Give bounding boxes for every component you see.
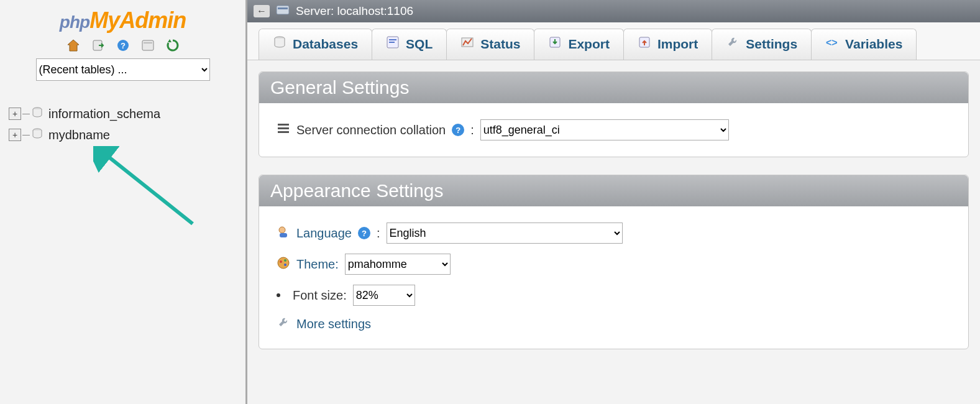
tab-export[interactable]: Export: [534, 29, 624, 60]
svg-rect-21: [278, 127, 289, 129]
general-settings-panel: General Settings Server connection colla…: [259, 71, 969, 157]
tree-item-information-schema[interactable]: + information_schema: [9, 103, 245, 124]
collation-select[interactable]: utf8_general_ci: [480, 119, 729, 140]
wrench-icon: [277, 316, 290, 333]
svg-rect-5: [144, 42, 152, 44]
svg-text:?: ?: [121, 41, 126, 50]
annotation-arrow-icon: [93, 146, 205, 233]
logout-icon[interactable]: [90, 37, 106, 53]
svg-rect-15: [389, 42, 395, 43]
tab-databases[interactable]: Databases: [259, 29, 372, 60]
server-icon: [276, 4, 290, 19]
fontsize-label: Font size:: [293, 288, 347, 303]
svg-rect-14: [389, 39, 396, 40]
theme-icon: [277, 256, 290, 273]
tab-status[interactable]: Status: [446, 29, 534, 60]
recent-tables-select[interactable]: (Recent tables) ...: [36, 58, 210, 81]
svg-point-25: [278, 257, 289, 269]
variables-icon: <>: [825, 35, 839, 52]
language-select[interactable]: English: [387, 223, 623, 244]
svg-point-23: [279, 227, 285, 233]
database-icon: [31, 106, 44, 122]
export-icon: [548, 35, 562, 52]
svg-text:<>: <>: [826, 37, 838, 48]
svg-point-28: [284, 264, 286, 266]
svg-marker-0: [68, 40, 79, 51]
import-icon: [638, 35, 651, 52]
database-label: information_schema: [48, 107, 160, 121]
sidebar: phpMyAdmin ? (Recent tables) ... + infor…: [0, 0, 247, 404]
svg-rect-4: [142, 40, 153, 50]
svg-rect-10: [277, 6, 289, 14]
help-icon[interactable]: ?: [115, 37, 131, 53]
tree-item-mydbname[interactable]: + mydbname: [9, 124, 245, 145]
svg-point-27: [284, 259, 286, 262]
svg-rect-20: [278, 124, 289, 126]
help-icon[interactable]: ?: [452, 124, 464, 136]
reload-icon[interactable]: [165, 37, 181, 53]
theme-label[interactable]: Theme:: [296, 257, 339, 272]
bullet-icon: [277, 293, 280, 297]
svg-rect-22: [278, 131, 289, 133]
database-label: mydbname: [48, 128, 110, 142]
logo: phpMyAdmin: [0, 7, 245, 34]
theme-select[interactable]: pmahomme: [345, 254, 451, 275]
tab-variables[interactable]: <> Variables: [811, 29, 917, 60]
database-tree: + information_schema + mydbname: [9, 103, 245, 145]
server-label: Server: localhost:1106: [296, 4, 413, 18]
expand-icon[interactable]: +: [9, 108, 21, 120]
main-tabs: Databases SQL Status Export Import Setti…: [247, 22, 980, 60]
fontsize-select[interactable]: 82%: [353, 285, 415, 306]
query-window-icon[interactable]: [140, 37, 156, 53]
svg-point-26: [280, 260, 282, 263]
language-label[interactable]: Language: [296, 226, 352, 241]
wrench-icon: [726, 35, 740, 52]
appearance-settings-heading: Appearance Settings: [259, 175, 968, 206]
collation-label: Server connection collation: [296, 123, 446, 137]
home-icon[interactable]: [65, 37, 81, 53]
appearance-settings-panel: Appearance Settings Language ? : English…: [259, 175, 969, 349]
more-settings-link[interactable]: More settings: [296, 317, 371, 331]
tree-connector: [22, 135, 30, 135]
help-icon[interactable]: ?: [358, 227, 370, 239]
sql-icon: [386, 35, 400, 52]
databases-icon: [273, 35, 286, 52]
status-icon: [460, 35, 474, 52]
svg-line-9: [104, 154, 193, 224]
tab-sql[interactable]: SQL: [372, 29, 447, 60]
svg-rect-24: [280, 233, 287, 237]
tree-connector: [22, 114, 30, 114]
expand-icon[interactable]: +: [9, 129, 21, 141]
quick-icon-bar: ?: [0, 37, 245, 53]
tab-import[interactable]: Import: [623, 29, 712, 60]
language-icon: [277, 225, 290, 242]
breadcrumb-bar: ← Server: localhost:1106: [247, 0, 980, 22]
back-button[interactable]: ←: [254, 5, 270, 17]
main-area: ← Server: localhost:1106 Databases SQL S…: [247, 0, 980, 404]
svg-marker-6: [168, 39, 172, 42]
tab-settings[interactable]: Settings: [712, 29, 812, 60]
general-settings-heading: General Settings: [259, 72, 968, 103]
database-icon: [31, 127, 44, 143]
svg-rect-11: [278, 7, 288, 9]
collation-icon: [277, 122, 290, 138]
